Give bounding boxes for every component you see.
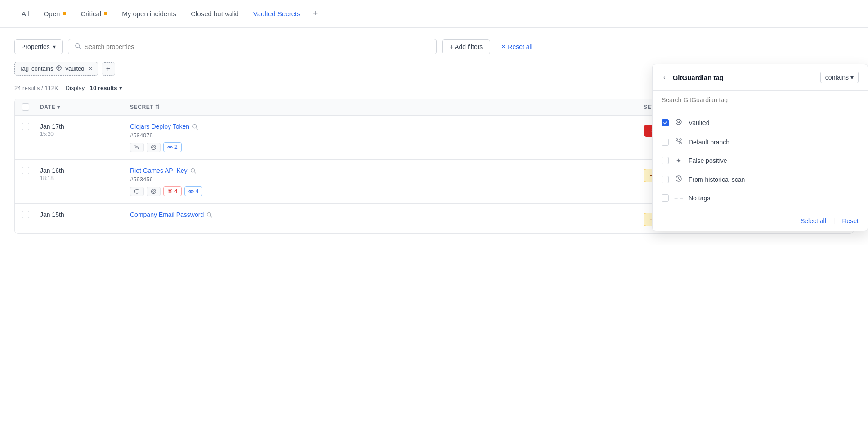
row2-viewers-blue-count: 4: [196, 188, 199, 194]
filter-tag-close-button[interactable]: ✕: [88, 65, 93, 72]
svg-point-23: [676, 119, 681, 125]
reset-all-x-icon: ✕: [501, 43, 506, 50]
secret-sort-icon[interactable]: ⇅: [155, 104, 160, 110]
option-historical-scan-checkbox[interactable]: [662, 176, 669, 183]
option-vaulted[interactable]: Vaulted: [653, 113, 868, 132]
tab-add-button[interactable]: +: [308, 0, 323, 27]
history-option-icon: [674, 175, 683, 184]
option-historical-scan[interactable]: From historical scan: [653, 170, 868, 189]
search-icon: [75, 43, 81, 50]
properties-button[interactable]: Properties ▾: [14, 39, 63, 54]
dropdown-footer: Select all | Reset: [653, 211, 868, 231]
row1-badge-viewers[interactable]: 2: [163, 142, 182, 152]
row3-secret-name[interactable]: Company Email Password: [130, 211, 644, 218]
row2-badge-vaulted[interactable]: [147, 187, 161, 196]
option-false-positive-checkbox[interactable]: [662, 157, 669, 164]
row1-date-main: Jan 17th: [40, 123, 130, 130]
row1-badge-vaulted[interactable]: [147, 143, 161, 152]
option-no-tags-label: No tags: [689, 194, 710, 202]
svg-point-17: [169, 190, 171, 193]
search-box: [68, 39, 437, 54]
option-false-positive[interactable]: ✦ False positive: [653, 152, 868, 170]
display-results-button[interactable]: Display 10 results ▾: [66, 85, 122, 91]
select-all-checkbox[interactable]: [22, 103, 29, 111]
branch-option-icon: [674, 138, 683, 146]
reset-all-button[interactable]: ✕ Reset all: [496, 40, 537, 54]
tab-all-label: All: [22, 10, 29, 18]
row2-badge-shield[interactable]: [130, 187, 144, 196]
filter-row: Properties ▾ + Add filters ✕ Reset all: [14, 39, 854, 54]
svg-point-10: [170, 147, 171, 148]
tab-my-open-incidents[interactable]: My open incidents: [115, 1, 183, 27]
svg-line-14: [194, 171, 196, 173]
option-default-branch-label: Default branch: [689, 139, 729, 146]
chevron-down-icon: ▾: [53, 43, 56, 50]
row1-secret-name[interactable]: Clojars Deploy Token: [130, 123, 644, 130]
th-secret-label: SECRET: [130, 104, 153, 110]
tab-my-open-incidents-label: My open incidents: [122, 10, 176, 18]
search-secret-icon: [206, 212, 212, 218]
row2-viewers-red-count: 4: [174, 188, 178, 194]
th-secret: SECRET ⇅: [130, 104, 644, 110]
hidden-icon: [134, 144, 140, 150]
reset-button[interactable]: Reset: [842, 217, 859, 224]
row1-secret: Clojars Deploy Token #594078: [130, 123, 644, 152]
option-no-tags[interactable]: – – No tags: [653, 189, 868, 207]
row2-badge-viewers-blue[interactable]: 4: [184, 186, 203, 196]
svg-line-6: [196, 127, 197, 129]
vaulted-icon-small: [56, 65, 62, 72]
row1-badge-hidden[interactable]: [130, 143, 144, 152]
add-filter-tag-button[interactable]: +: [102, 62, 115, 76]
option-vaulted-checkbox[interactable]: [662, 119, 669, 126]
svg-point-26: [680, 142, 681, 144]
option-historical-scan-label: From historical scan: [689, 176, 745, 183]
option-false-positive-label: False positive: [689, 157, 727, 164]
row3-checkbox[interactable]: [22, 211, 40, 218]
row2-secret-name[interactable]: Riot Games API Key: [130, 167, 644, 174]
select-all-button[interactable]: Select all: [801, 217, 826, 224]
add-filters-label: + Add filters: [450, 43, 483, 50]
active-filter-tag: Tag contains Vaulted ✕: [14, 62, 98, 76]
filter-tag-condition: contains: [31, 65, 53, 72]
results-count: 24 results / 112K: [14, 85, 58, 91]
tab-closed-but-valid[interactable]: Closed but valid: [183, 1, 246, 27]
svg-point-27: [680, 139, 681, 140]
shield-icon: [134, 189, 140, 194]
row2-checkbox[interactable]: [22, 167, 40, 174]
add-filters-button[interactable]: + Add filters: [442, 39, 491, 54]
svg-point-24: [678, 121, 680, 123]
row1-viewers-count: 2: [174, 144, 178, 150]
sparkle-option-icon: ✦: [674, 157, 683, 164]
date-sort-icon[interactable]: ▾: [57, 104, 60, 110]
row3-date-main: Jan 15th: [40, 211, 130, 218]
row2-secret-id: #593456: [130, 176, 644, 183]
th-date-label: DATE: [40, 104, 55, 110]
row3-date: Jan 15th: [40, 211, 130, 218]
row2-badge-viewers-red[interactable]: 4: [163, 186, 182, 196]
th-checkbox: [22, 103, 40, 111]
option-default-branch[interactable]: Default branch: [653, 132, 868, 152]
row3-secret: Company Email Password: [130, 211, 644, 218]
search-secret-icon: [192, 124, 198, 130]
contains-button[interactable]: contains ▾: [820, 72, 859, 83]
option-default-branch-checkbox[interactable]: [662, 139, 669, 146]
tab-critical[interactable]: Critical: [73, 1, 115, 27]
row2-date-time: 18:18: [40, 175, 130, 181]
filter-tag-tag-label: Tag: [19, 65, 29, 72]
back-button[interactable]: ‹: [662, 72, 667, 83]
vault-icon: [151, 189, 157, 194]
tab-open[interactable]: Open: [36, 1, 74, 27]
row2-badges: 4 4: [130, 186, 644, 196]
dropdown-search-input[interactable]: [662, 96, 859, 103]
tab-open-label: Open: [44, 10, 60, 18]
search-input[interactable]: [85, 43, 430, 50]
row1-checkbox[interactable]: [22, 123, 40, 130]
main-content: Properties ▾ + Add filters ✕ Reset all T…: [0, 28, 868, 245]
svg-line-22: [210, 216, 212, 217]
tab-vaulted-secrets-label: Vaulted Secrets: [253, 10, 300, 18]
tab-vaulted-secrets[interactable]: Vaulted Secrets: [246, 1, 308, 27]
tab-all[interactable]: All: [14, 1, 36, 27]
tabs-bar: All Open Critical My open incidents Clos…: [0, 0, 868, 28]
option-no-tags-checkbox[interactable]: [662, 194, 669, 202]
row1-date-time: 15:20: [40, 131, 130, 137]
